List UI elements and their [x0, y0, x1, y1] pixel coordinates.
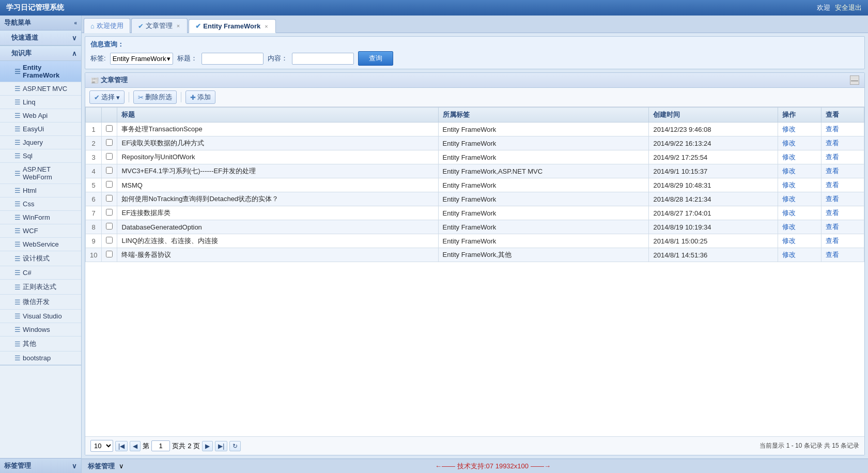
row-checkbox[interactable]: [102, 192, 117, 206]
sidebar-header: 导航菜单 «: [0, 16, 81, 30]
row-view[interactable]: 查看: [821, 136, 864, 150]
sidebar-item-windows[interactable]: ☰ Windows: [0, 323, 81, 337]
article-icon6: ☰: [14, 139, 21, 146]
sidebar-item-design-pattern[interactable]: ☰ 设计模式: [0, 251, 81, 266]
row-num: 9: [86, 234, 102, 248]
row-view[interactable]: 查看: [821, 206, 864, 220]
row-edit[interactable]: 修改: [778, 206, 821, 220]
tab-close-article[interactable]: ×: [176, 23, 181, 29]
add-btn[interactable]: ✚ 添加: [185, 90, 215, 104]
row-checkbox[interactable]: [102, 206, 117, 220]
sidebar-item-easyui[interactable]: ☰ EasyUi: [0, 123, 81, 136]
row-checkbox[interactable]: [102, 178, 117, 192]
row-title: DatabaseGeneratedOption: [117, 220, 438, 234]
add-icon: ✚: [190, 94, 196, 101]
delete-btn[interactable]: ✂ 删除所选: [133, 90, 177, 104]
sidebar-items: ☰ Entity FrameWork ☰ ASP.NET MVC ☰ Linq …: [0, 61, 81, 365]
sidebar-item-sql[interactable]: ☰ Sql: [0, 149, 81, 163]
sidebar: 导航菜单 « 快速通道 ∨ 知识库 ∧ ☰ Entity FrameWork: [0, 16, 82, 473]
row-view[interactable]: 查看: [821, 178, 864, 192]
row-view[interactable]: 查看: [821, 192, 864, 206]
last-page-btn[interactable]: ▶|: [215, 441, 227, 451]
page-size-select[interactable]: 10 20 50: [90, 440, 113, 452]
row-view[interactable]: 查看: [821, 164, 864, 178]
page-of-label: 页共: [172, 441, 185, 451]
row-view[interactable]: 查看: [821, 150, 864, 164]
sidebar-item-bootstrap[interactable]: ☰ bootstrap: [0, 352, 81, 365]
table-row: 1 事务处理TransactionScope Entity FrameWork …: [86, 123, 864, 136]
tab-close-entity[interactable]: ×: [264, 23, 269, 29]
tab-entity-framework[interactable]: ✔ Entity FrameWork ×: [189, 19, 275, 33]
sidebar-item-css[interactable]: ☰ Css: [0, 197, 81, 211]
row-view[interactable]: 查看: [821, 248, 864, 262]
panel-minimize-btn[interactable]: —: [850, 75, 859, 85]
select-btn[interactable]: ✔ 选择 ▾: [89, 90, 125, 104]
search-button[interactable]: 查询: [358, 51, 393, 66]
sidebar-item-html[interactable]: ☰ Html: [0, 184, 81, 197]
row-edit[interactable]: 修改: [778, 192, 821, 206]
sidebar-item-label: Css: [23, 200, 34, 208]
row-edit[interactable]: 修改: [778, 248, 821, 262]
prev-page-btn[interactable]: ◀: [130, 441, 141, 451]
sidebar-item-visual-studio[interactable]: ☰ Visual Studio: [0, 310, 81, 323]
content-input[interactable]: [292, 53, 354, 65]
sidebar-footer[interactable]: 标签管理 ∨: [0, 458, 81, 473]
check-icon2: ✔: [94, 94, 100, 101]
tag-select[interactable]: Entity FrameWork ▾: [110, 53, 174, 65]
row-edit[interactable]: 修改: [778, 123, 821, 136]
toolbar-divider2: [181, 92, 181, 102]
row-checkbox[interactable]: [102, 234, 117, 248]
row-view[interactable]: 查看: [821, 123, 864, 136]
sidebar-item-webservice[interactable]: ☰ WebService: [0, 238, 81, 251]
table-row: 4 MVC3+EF4.1学习系列(七)------EF并发的处理 Entity …: [86, 164, 864, 178]
row-view[interactable]: 查看: [821, 220, 864, 234]
row-checkbox[interactable]: [102, 123, 117, 136]
sidebar-section-knowledge-title[interactable]: 知识库 ∧: [0, 46, 81, 61]
row-checkbox[interactable]: [102, 150, 117, 164]
next-page-btn[interactable]: ▶: [202, 441, 213, 451]
row-view[interactable]: 查看: [821, 234, 864, 248]
sidebar-item-jquery[interactable]: ☰ Jquery: [0, 136, 81, 149]
home-icon: ⌂: [90, 22, 95, 30]
row-edit[interactable]: 修改: [778, 178, 821, 192]
tag-mgmt-footer: 标签管理: [88, 462, 115, 471]
row-checkbox[interactable]: [102, 248, 117, 262]
first-page-btn[interactable]: |◀: [115, 441, 128, 451]
sidebar-collapse-icon[interactable]: «: [74, 20, 77, 26]
row-edit[interactable]: 修改: [778, 136, 821, 150]
row-created: 2014/8/28 14:21:34: [649, 192, 778, 206]
sidebar-item-regex[interactable]: ☰ 正则表达式: [0, 280, 81, 295]
sidebar-item-other[interactable]: ☰ 其他: [0, 337, 81, 352]
sidebar-item-winform[interactable]: ☰ WinForm: [0, 211, 81, 224]
row-checkbox[interactable]: [102, 136, 117, 150]
title-input[interactable]: [202, 53, 264, 65]
row-checkbox[interactable]: [102, 164, 117, 178]
sidebar-item-wcf[interactable]: ☰ WCF: [0, 224, 81, 238]
sidebar-item-asp-net-mvc[interactable]: ☰ ASP.NET MVC: [0, 82, 81, 96]
sidebar-section-quick-title[interactable]: 快速通道 ∨: [0, 30, 81, 45]
row-title: MVC3+EF4.1学习系列(七)------EF并发的处理: [117, 164, 438, 178]
sidebar-item-asp-webform[interactable]: ☰ ASP.NET WebForm: [0, 163, 81, 184]
tab-welcome[interactable]: ⌂ 欢迎使用: [84, 18, 130, 33]
refresh-btn[interactable]: ↻: [229, 441, 241, 451]
row-edit[interactable]: 修改: [778, 234, 821, 248]
sidebar-item-web-api[interactable]: ☰ Web Api: [0, 109, 81, 123]
logout-link[interactable]: 安全退出: [835, 4, 862, 11]
sidebar-item-weixin[interactable]: ☰ 微信开发: [0, 295, 81, 310]
row-edit[interactable]: 修改: [778, 220, 821, 234]
tab-article-mgmt[interactable]: ✔ 文章管理 ×: [131, 18, 188, 33]
article-icon16: ☰: [14, 283, 21, 291]
current-page-input[interactable]: [151, 440, 170, 451]
row-edit[interactable]: 修改: [778, 150, 821, 164]
row-title: 如何使用NoTracking查询得到Detached状态的实体？: [117, 192, 438, 206]
sidebar-item-csharp[interactable]: ☰ C#: [0, 266, 81, 280]
search-title: 信息查询：: [90, 40, 859, 49]
sidebar-item-label: Entity FrameWork: [23, 64, 77, 79]
row-checkbox[interactable]: [102, 220, 117, 234]
article-icon5: ☰: [14, 125, 21, 133]
sidebar-item-label: ASP.NET MVC: [23, 85, 67, 93]
sidebar-item-linq[interactable]: ☰ Linq: [0, 96, 81, 109]
sidebar-nav-title: 导航菜单: [4, 18, 31, 27]
sidebar-item-entity-framework[interactable]: ☰ Entity FrameWork: [0, 61, 81, 82]
row-edit[interactable]: 修改: [778, 164, 821, 178]
